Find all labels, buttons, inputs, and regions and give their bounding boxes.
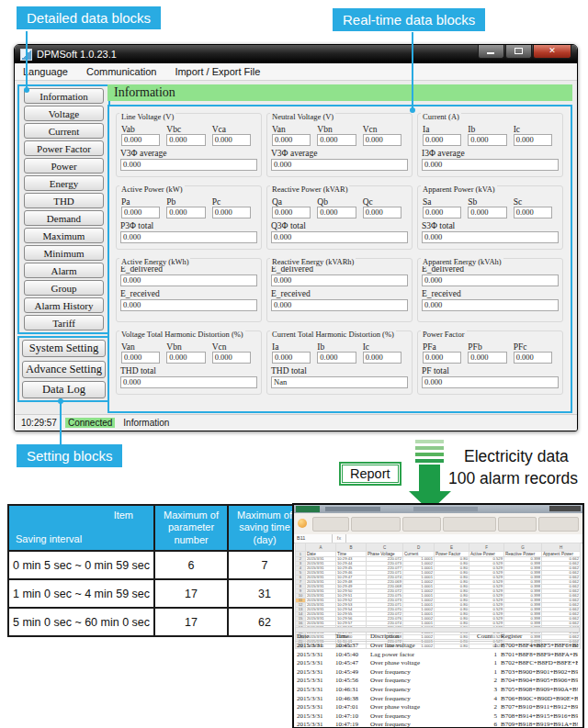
field-e-delivered-input[interactable]: 0.000	[271, 274, 408, 286]
sidebar-item-data-log[interactable]: Data Log	[22, 381, 106, 398]
total-input[interactable]: 0.000	[422, 376, 559, 388]
close-button[interactable]	[533, 45, 571, 59]
sidebar-item-information[interactable]: Information	[24, 88, 104, 104]
menu-communication[interactable]: Communication	[86, 66, 156, 77]
alarm-cell: B704+B904+B905+B906+B907	[499, 677, 578, 686]
report-label-box: Report	[339, 462, 401, 486]
field-ia-input[interactable]: 0.000	[272, 352, 311, 364]
field-pfb-input[interactable]: 0.000	[468, 352, 506, 364]
field-van-input[interactable]: 0.000	[121, 352, 160, 364]
field-pc-input[interactable]: 0.000	[212, 207, 251, 218]
arrow-stripe	[415, 440, 444, 443]
alarm-cell: 2	[475, 677, 499, 686]
field-qb-input[interactable]: 0.000	[317, 207, 356, 218]
field-label: Van	[121, 342, 166, 352]
alarm-cell: B701+B8F8+B8F9+B8FA+B8FB	[499, 651, 578, 660]
field-ib-input[interactable]: 0.000	[317, 352, 356, 364]
sidebar-item-demand[interactable]: Demand	[24, 210, 104, 226]
maximize-button[interactable]	[505, 45, 532, 59]
sidebar-item-thd[interactable]: THD	[24, 193, 104, 208]
sidebar-item-alarm[interactable]: Alarm	[24, 263, 104, 278]
field-qc-input[interactable]: 0.000	[363, 207, 401, 218]
menu-language[interactable]: Language	[23, 66, 68, 77]
sidebar-item-power[interactable]: Power	[24, 158, 104, 174]
total-input[interactable]: 0.000	[422, 159, 559, 171]
connector-dot	[24, 87, 29, 93]
field-qa-input[interactable]: 0.000	[272, 207, 311, 218]
total-input[interactable]: 0.000	[271, 159, 408, 171]
connector-line	[26, 31, 28, 88]
interval-cell: 1 min 0 sec ~ 4 min 59 sec	[8, 579, 154, 608]
field-pfa-input[interactable]: 0.000	[423, 352, 461, 364]
total-label: V3Φ average	[120, 149, 257, 158]
sidebar-item-system-setting[interactable]: System Setting	[22, 340, 106, 357]
field-sb-input[interactable]: 0.000	[468, 207, 506, 218]
alarm-cell: B705+B908+B909+B90A+B90B	[499, 686, 578, 695]
field-ib-input[interactable]: 0.000	[468, 134, 506, 146]
sidebar-item-group[interactable]: Group	[24, 280, 104, 296]
group-title: Reactive Power (kVAR)	[270, 185, 349, 194]
sidebar-item-minimum[interactable]: Minimum	[24, 245, 104, 261]
total-input[interactable]: 0.000	[422, 231, 559, 243]
field-vcn-input[interactable]: 0.000	[363, 134, 401, 146]
alarm-cell: 10:47:10	[334, 712, 368, 722]
field-vca-input[interactable]: 0.000	[212, 134, 251, 146]
field-e-delivered-input[interactable]: 0.000	[120, 274, 257, 286]
alarm-cell: Over line voltage	[368, 642, 475, 651]
field-e-received-input[interactable]: 0.000	[271, 299, 408, 311]
field-sc-input[interactable]: 0.000	[514, 207, 552, 218]
sidebar-item-maximum[interactable]: Maximum	[24, 228, 104, 243]
parameter-cell: 17	[154, 579, 228, 608]
field-pb-input[interactable]: 0.000	[166, 207, 205, 218]
field-label: E_received	[120, 289, 257, 298]
table-row: 2015/3/3110:45:56Over frequency2B704+B90…	[295, 677, 578, 686]
minimize-button[interactable]	[478, 45, 504, 59]
sidebar-item-current[interactable]: Current	[24, 123, 104, 139]
field-ic-input[interactable]: 0.000	[363, 352, 401, 364]
total-input[interactable]: 0.000	[120, 159, 257, 171]
field-label: Pb	[166, 197, 211, 207]
page: Detailed data blocks Real-time data bloc…	[0, 0, 588, 728]
total-label: P3Φ total	[120, 221, 257, 230]
status-page: Information	[123, 418, 169, 428]
table-row: 2015/3/3110:47:19Over frequency6B709+B91…	[295, 721, 578, 728]
field-vbn-input[interactable]: 0.000	[317, 134, 356, 146]
field-ia-input[interactable]: 0.000	[423, 134, 461, 146]
menu-import-export-file[interactable]: Import / Export File	[175, 66, 260, 77]
field-vab-input[interactable]: 0.000	[121, 134, 160, 146]
sidebar-item-voltage[interactable]: Voltage	[24, 106, 104, 121]
field-ic-input[interactable]: 0.000	[514, 134, 552, 146]
field-sa-input[interactable]: 0.000	[423, 207, 461, 218]
alarm-cell: 2015/3/31	[295, 721, 334, 728]
sidebar-item-power-factor[interactable]: Power Factor	[24, 140, 104, 156]
group-neutral-voltage-v: Neutral Voltage (V)VanVbnVcn0.0000.0000.…	[266, 113, 413, 177]
field-pa-input[interactable]: 0.000	[121, 207, 160, 218]
group-title: Apparent Power (kVA)	[421, 185, 497, 194]
window-titlebar[interactable]: DPMSoft 1.0.23.1	[15, 45, 577, 63]
alarm-cell: 2015/3/31	[295, 703, 334, 712]
sidebar-item-energy[interactable]: Energy	[24, 175, 104, 191]
total-input[interactable]: 0.000	[120, 376, 257, 388]
field-vcn-input[interactable]: 0.000	[212, 352, 251, 364]
ribbon-group	[351, 517, 401, 532]
table-row: 2015/3/3110:45:37Over line voltage1B700+…	[295, 642, 578, 651]
sidebar-item-tariff[interactable]: Tariff	[24, 315, 104, 330]
total-input[interactable]: Nan	[271, 376, 408, 388]
field-e-received-input[interactable]: 0.000	[422, 299, 559, 311]
field-e-received-input[interactable]: 0.000	[120, 299, 257, 311]
field-e-delivered-input[interactable]: 0.000	[422, 274, 559, 286]
field-van-input[interactable]: 0.000	[272, 134, 311, 146]
alarm-cell: Over frequency	[368, 721, 475, 728]
field-pfc-input[interactable]: 0.000	[514, 352, 552, 364]
excel-file-tab	[296, 506, 320, 512]
total-input[interactable]: 0.000	[120, 231, 257, 243]
field-vbn-input[interactable]: 0.000	[166, 352, 205, 364]
alarm-cell: 1	[475, 642, 499, 651]
sidebar-item-alarm-history[interactable]: Alarm History	[24, 297, 104, 313]
group-current-total-harmonic-distortion: Current Total Harmonic Distortion (%)IaI…	[266, 330, 413, 395]
group-active-energy-kwh: Active Energy (kWh)E_delivered0.000E_rec…	[116, 258, 262, 322]
field-vbc-input[interactable]: 0.000	[166, 134, 205, 146]
sidebar-item-advance-setting[interactable]: Advance Setting	[22, 361, 106, 378]
total-input[interactable]: 0.000	[271, 231, 408, 243]
field-label: Ia	[272, 342, 317, 352]
